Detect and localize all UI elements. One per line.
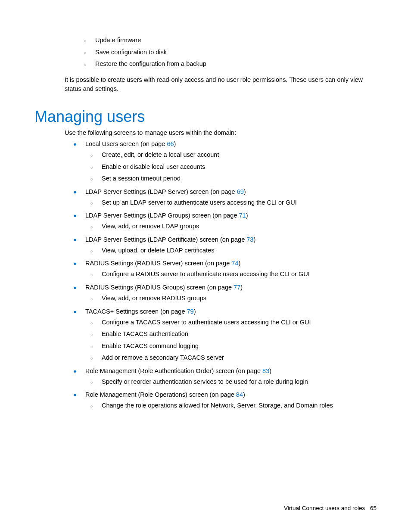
list-item: ○Set up an LDAP server to authenticate u…: [90, 197, 377, 209]
disc-bullet-icon: ●: [73, 308, 77, 315]
circle-bullet-icon: ○: [90, 248, 94, 255]
circle-bullet-icon: ○: [90, 296, 94, 303]
list-text: Enable TACACS command logging: [102, 340, 199, 352]
footer-text: Virtual Connect users and roles: [284, 505, 365, 511]
circle-bullet-icon: ○: [90, 331, 94, 339]
disc-bullet-icon: ●: [73, 189, 77, 195]
circle-bullet-icon: ○: [90, 403, 94, 410]
circle-bullet-icon: ○: [90, 152, 94, 159]
footer-page-number: 65: [370, 505, 377, 511]
list-text: Local Users screen (on page 66): [85, 140, 176, 147]
page-ref-link[interactable]: 77: [234, 284, 240, 291]
list-text: RADIUS Settings (RADIUS Groups) screen (…: [85, 284, 243, 291]
list-text: LDAP Server Settings (LDAP Certificate) …: [85, 236, 255, 243]
page-ref-link[interactable]: 73: [246, 236, 253, 243]
disc-bullet-icon: ●: [73, 392, 77, 398]
list-text: Set a session timeout period: [102, 173, 181, 185]
list-item: ○Create, edit, or delete a local user ac…: [90, 149, 377, 161]
list-item: ○View, add, or remove LDAP groups: [90, 221, 377, 233]
list-text: LDAP Server Settings (LDAP Server) scree…: [85, 188, 246, 195]
body-paragraph: It is possible to create users with read…: [65, 75, 377, 94]
list-text: Role Management (Role Authentication Ord…: [85, 367, 271, 374]
list-item: ○Configure a TACACS server to authentica…: [90, 317, 377, 329]
page-ref-link[interactable]: 83: [262, 367, 269, 374]
list-text: RADIUS Settings (RADIUS Server) screen (…: [85, 260, 240, 267]
list-item: ○Change the role operations allowed for …: [90, 400, 377, 412]
list-text: Update firmware: [95, 34, 141, 47]
list-text: View, add, or remove RADIUS groups: [102, 292, 206, 305]
list-text: Add or remove a secondary TACACS server: [102, 352, 224, 364]
list-item: ○View, upload, or delete LDAP certificat…: [90, 245, 377, 257]
disc-bullet-icon: ●: [73, 368, 77, 374]
circle-bullet-icon: ○: [84, 37, 87, 45]
list-text: Configure a TACACS server to authenticat…: [102, 317, 311, 329]
list-item: ○Set a session timeout period: [90, 173, 377, 185]
page-ref-link[interactable]: 69: [237, 188, 244, 195]
list-item: ●TACACS+ Settings screen (on page 79): [73, 308, 377, 315]
list-item: ●LDAP Server Settings (LDAP Groups) scre…: [73, 212, 377, 219]
list-item: ○Enable or disable local user accounts: [90, 161, 377, 173]
list-text: Enable TACACS authentication: [102, 328, 188, 340]
circle-bullet-icon: ○: [84, 50, 87, 57]
list-item: ○ Save configuration to disk: [84, 47, 377, 59]
list-item: ○ Update firmware: [84, 34, 377, 47]
circle-bullet-icon: ○: [90, 224, 94, 231]
page-ref-link[interactable]: 79: [187, 308, 193, 315]
list-item: ●Role Management (Role Operations) scree…: [73, 391, 377, 398]
intro-paragraph: Use the following screens to manage user…: [65, 129, 377, 136]
disc-bullet-icon: ●: [73, 284, 77, 291]
list-item: ○Enable TACACS authentication: [90, 328, 377, 340]
circle-bullet-icon: ○: [90, 320, 94, 327]
list-item: ●LDAP Server Settings (LDAP Server) scre…: [73, 188, 377, 195]
list-item: ○View, add, or remove RADIUS groups: [90, 292, 377, 305]
list-text: Specify or reorder authentication servic…: [102, 376, 308, 388]
list-text: View, upload, or delete LDAP certificate…: [102, 245, 214, 257]
list-text: Set up an LDAP server to authenticate us…: [102, 197, 297, 209]
disc-bullet-icon: ●: [73, 236, 77, 243]
page-ref-link[interactable]: 66: [167, 140, 174, 147]
list-item: ●RADIUS Settings (RADIUS Groups) screen …: [73, 284, 377, 291]
list-text: View, add, or remove LDAP groups: [102, 221, 199, 233]
list-text: Configure a RADIUS server to authenticat…: [102, 268, 310, 280]
circle-bullet-icon: ○: [90, 355, 94, 362]
section-heading: Managing users: [34, 108, 377, 126]
disc-bullet-icon: ●: [73, 260, 77, 267]
list-text: Role Management (Role Operations) screen…: [85, 391, 245, 398]
circle-bullet-icon: ○: [90, 343, 94, 351]
list-item: ○Enable TACACS command logging: [90, 340, 377, 352]
list-text: Save configuration to disk: [95, 47, 167, 59]
list-item: ○Configure a RADIUS server to authentica…: [90, 268, 377, 280]
list-item: ○Specify or reorder authentication servi…: [90, 376, 377, 388]
list-text: Create, edit, or delete a local user acc…: [102, 149, 219, 161]
circle-bullet-icon: ○: [84, 61, 87, 68]
list-item: ○ Restore the configuration from a backu…: [84, 58, 377, 70]
circle-bullet-icon: ○: [90, 271, 94, 279]
page-footer: Virtual Connect users and roles 65: [284, 505, 377, 511]
list-text: Change the role operations allowed for N…: [102, 400, 333, 412]
list-text: TACACS+ Settings screen (on page 79): [85, 308, 196, 315]
disc-bullet-icon: ●: [73, 212, 77, 219]
circle-bullet-icon: ○: [90, 164, 94, 171]
list-item: ●LDAP Server Settings (LDAP Certificate)…: [73, 236, 377, 243]
circle-bullet-icon: ○: [90, 176, 94, 183]
page-ref-link[interactable]: 74: [231, 260, 238, 267]
list-text: LDAP Server Settings (LDAP Groups) scree…: [85, 212, 248, 219]
list-text: Enable or disable local user accounts: [102, 161, 205, 173]
list-item: ●RADIUS Settings (RADIUS Server) screen …: [73, 260, 377, 267]
list-item: ●Role Management (Role Authentication Or…: [73, 367, 377, 374]
page-ref-link[interactable]: 84: [236, 391, 243, 398]
list-text: Restore the configuration from a backup: [95, 58, 206, 70]
list-item: ●Local Users screen (on page 66): [73, 140, 377, 147]
disc-bullet-icon: ●: [73, 141, 77, 147]
list-item: ○Add or remove a secondary TACACS server: [90, 352, 377, 364]
circle-bullet-icon: ○: [90, 200, 94, 207]
circle-bullet-icon: ○: [90, 379, 94, 386]
page-ref-link[interactable]: 71: [239, 212, 246, 219]
